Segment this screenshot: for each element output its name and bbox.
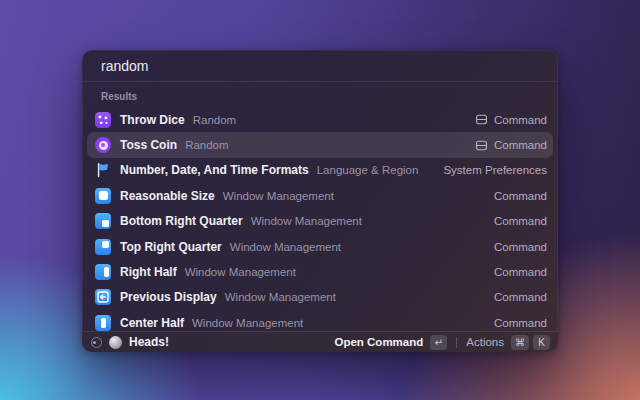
- row-title: Reasonable Size: [120, 189, 215, 203]
- status-text: Heads!: [129, 335, 169, 349]
- footer-actions: Open Command ↵ Actions ⌘ K: [334, 335, 550, 350]
- row-title: Throw Dice: [120, 113, 185, 127]
- row-accessory: Command: [494, 266, 547, 278]
- open-command-label: Open Command: [334, 336, 423, 348]
- row-subtitle: Random: [193, 114, 236, 126]
- row-subtitle: Window Management: [185, 266, 296, 278]
- open-command-button[interactable]: Open Command ↵: [334, 335, 447, 350]
- search-bar: [82, 50, 558, 82]
- result-row-top-right-quarter[interactable]: Top Right Quarter Window Management Comm…: [87, 234, 553, 259]
- row-subtitle: Window Management: [225, 291, 336, 303]
- result-row-throw-dice[interactable]: Throw Dice Random Command: [87, 107, 553, 132]
- coin-result-icon: [109, 336, 122, 349]
- command-type-icon: [475, 113, 488, 126]
- search-input[interactable]: [101, 58, 539, 74]
- row-subtitle: Window Management: [251, 215, 362, 227]
- row-accessory: Command: [494, 139, 547, 151]
- result-row-bottom-right-quarter[interactable]: Bottom Right Quarter Window Management C…: [87, 209, 553, 234]
- progress-spinner-icon: [91, 337, 102, 348]
- window-center-icon: [95, 188, 111, 204]
- row-title: Right Half: [120, 265, 177, 279]
- actions-button[interactable]: Actions ⌘ K: [466, 335, 550, 350]
- results-list: Results Throw Dice Random Command: [82, 83, 558, 352]
- row-accessory: Command: [494, 190, 547, 202]
- row-title: Toss Coin: [120, 138, 177, 152]
- flag-icon: [95, 162, 111, 178]
- result-row-toss-coin[interactable]: Toss Coin Random Command: [87, 132, 553, 157]
- row-accessory: Command: [494, 114, 547, 126]
- row-accessory: Command: [494, 317, 547, 329]
- command-type-icon: [475, 139, 488, 152]
- row-accessory: System Preferences: [443, 164, 547, 176]
- row-subtitle: Random: [185, 139, 228, 151]
- window-bottom-right-icon: [95, 213, 111, 229]
- cmd-key-icon: ⌘: [511, 335, 529, 350]
- window-top-right-icon: [95, 239, 111, 255]
- results-section-label: Results: [101, 91, 553, 102]
- result-row-reasonable-size[interactable]: Reasonable Size Window Management Comman…: [87, 183, 553, 208]
- result-row-previous-display[interactable]: Previous Display Window Management Comma…: [87, 285, 553, 310]
- result-row-number-date-time-formats[interactable]: Number, Date, And Time Formats Language …: [87, 158, 553, 183]
- row-title: Center Half: [120, 316, 184, 330]
- row-title: Bottom Right Quarter: [120, 214, 243, 228]
- result-row-right-half[interactable]: Right Half Window Management Command: [87, 259, 553, 284]
- dice-icon: [95, 112, 111, 128]
- k-key-icon: K: [533, 335, 550, 350]
- actions-label: Actions: [466, 336, 504, 348]
- row-subtitle: Language & Region: [317, 164, 419, 176]
- return-key-icon: ↵: [430, 335, 447, 350]
- footer-divider: [456, 337, 457, 348]
- coin-icon: [95, 137, 111, 153]
- row-accessory: Command: [494, 215, 547, 227]
- row-accessory: Command: [494, 241, 547, 253]
- window-center-half-icon: [95, 315, 111, 331]
- row-title: Number, Date, And Time Formats: [120, 163, 309, 177]
- launcher-window: Results Throw Dice Random Command: [82, 50, 558, 352]
- row-title: Previous Display: [120, 290, 217, 304]
- previous-display-icon: [95, 289, 111, 305]
- row-accessory: Command: [494, 291, 547, 303]
- window-right-half-icon: [95, 264, 111, 280]
- row-subtitle: Window Management: [223, 190, 334, 202]
- row-subtitle: Window Management: [230, 241, 341, 253]
- row-subtitle: Window Management: [192, 317, 303, 329]
- footer-bar: Heads! Open Command ↵ Actions ⌘ K: [82, 331, 558, 352]
- row-title: Top Right Quarter: [120, 240, 222, 254]
